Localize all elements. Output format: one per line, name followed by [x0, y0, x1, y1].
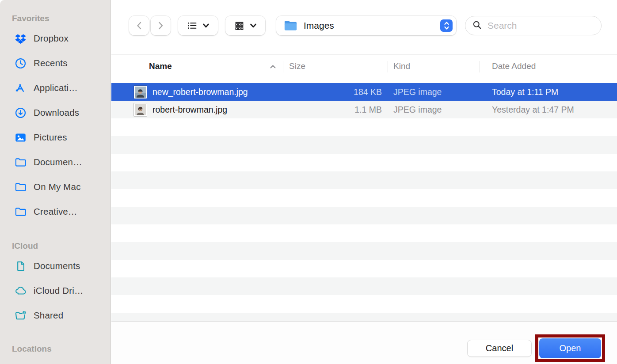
app-store-icon: [15, 82, 27, 94]
sidebar-section-header-icloud: iCloud: [0, 241, 110, 251]
empty-row: [111, 118, 617, 136]
sidebar-item-label: On My Mac: [34, 182, 81, 192]
file-name: new_robert-browman.jpg: [152, 87, 248, 97]
stepper-icon: [440, 19, 453, 32]
sidebar-item-applicati[interactable]: Applicati…: [0, 76, 110, 100]
sidebar-section-header-favorites: Favorites: [0, 13, 110, 24]
toolbar: Images: [111, 0, 617, 54]
empty-row: [111, 242, 617, 260]
file-date-added: Today at 1:11 PM: [480, 87, 617, 97]
file-table-header: Name Size Kind Date Added: [111, 54, 617, 78]
file-date-added: Yesterday at 1:47 PM: [480, 105, 617, 115]
sidebar-item-label: iCloud Dri…: [34, 285, 84, 296]
sidebar-item-label: Recents: [34, 58, 68, 68]
annotation-highlight-box: Open: [535, 334, 605, 362]
chevron-left-icon: [135, 20, 143, 31]
list-view-icon: [187, 20, 198, 31]
sidebar-item-dropbox[interactable]: Dropbox: [0, 26, 110, 51]
empty-row: [111, 277, 617, 295]
column-header-kind[interactable]: Kind: [388, 61, 480, 71]
sidebar-item-creative[interactable]: Creative…: [0, 199, 110, 224]
empty-row: [111, 207, 617, 224]
cancel-button[interactable]: Cancel: [467, 340, 532, 357]
search-icon: [472, 20, 482, 32]
file-name: robert-browman.jpg: [152, 105, 227, 115]
group-view-icon: [234, 20, 245, 31]
file-kind: JPEG image: [388, 105, 480, 115]
sidebar-item-shared[interactable]: Shared: [0, 303, 110, 328]
search-input[interactable]: [487, 20, 595, 31]
column-label: Name: [149, 61, 172, 71]
empty-row: [111, 260, 617, 277]
folder-icon: [15, 156, 27, 168]
downloads-icon: [15, 107, 27, 119]
file-row[interactable]: new_robert-browman.jpg184 KBJPEG imageTo…: [111, 83, 617, 101]
back-button[interactable]: [129, 16, 149, 35]
search-field[interactable]: [465, 16, 602, 35]
sidebar-item-label: Applicati…: [34, 83, 78, 93]
sort-ascending-icon: [270, 61, 276, 71]
column-header-date-added[interactable]: Date Added: [480, 61, 617, 71]
main-panel: Images: [111, 0, 617, 364]
sidebar-item-label: Creative…: [34, 206, 77, 217]
empty-row: [111, 295, 617, 313]
empty-row: [111, 189, 617, 207]
column-divider: [283, 61, 283, 72]
empty-row: [111, 171, 617, 189]
column-divider: [388, 61, 388, 72]
sidebar-item-downloads[interactable]: Downloads: [0, 100, 110, 125]
chevron-right-icon: [156, 20, 165, 31]
chevron-down-icon: [250, 23, 257, 28]
column-divider: [480, 61, 480, 72]
file-list: new_robert-browman.jpg184 KBJPEG imageTo…: [111, 78, 617, 321]
sidebar-item-label: Dropbox: [34, 33, 69, 44]
sidebar-item-pictures[interactable]: Pictures: [0, 125, 110, 150]
pictures-icon: [15, 132, 27, 144]
dialog-footer: Cancel Open: [111, 321, 617, 364]
portrait-thumbnail-1: [134, 86, 147, 99]
sidebar-item-macbook[interactable]: MacBook…: [0, 358, 110, 364]
sidebar-item-label: Pictures: [34, 132, 67, 143]
group-view-dropdown-button[interactable]: [225, 16, 265, 35]
empty-row: [111, 313, 617, 321]
shared-folder-icon: [15, 310, 27, 322]
file-row[interactable]: robert-browman.jpg1.1 MBJPEG imageYester…: [111, 101, 617, 118]
sidebar-item-documen[interactable]: Documen…: [0, 150, 110, 174]
empty-row: [111, 224, 617, 242]
folder-icon: [15, 206, 27, 218]
sidebar-item-on-my-mac[interactable]: On My Mac: [0, 174, 110, 199]
sidebar-item-label: Documen…: [34, 157, 82, 167]
chevron-down-icon: [202, 23, 209, 28]
document-icon: [15, 260, 27, 272]
file-size: 184 KB: [283, 87, 388, 97]
icloud-drive-icon: [15, 285, 27, 297]
folder-select-value: Images: [304, 20, 334, 31]
folder-icon: [284, 20, 297, 31]
sidebar-item-label: Shared: [34, 310, 63, 321]
sidebar: FavoritesDropboxRecentsApplicati…Downloa…: [0, 0, 111, 364]
sidebar-item-documents[interactable]: Documents: [0, 254, 110, 278]
empty-row: [111, 154, 617, 171]
folder-icon: [15, 181, 27, 193]
list-view-dropdown-button[interactable]: [178, 16, 218, 35]
sidebar-section-header-locations: Locations: [0, 344, 110, 354]
column-header-name[interactable]: Name: [111, 61, 283, 71]
folder-location-dropdown[interactable]: Images: [276, 16, 456, 35]
sidebar-item-recents[interactable]: Recents: [0, 51, 110, 76]
sidebar-item-label: Downloads: [34, 107, 79, 118]
open-button[interactable]: Open: [539, 338, 601, 358]
column-header-size[interactable]: Size: [283, 61, 388, 71]
clock-icon: [15, 57, 27, 69]
file-kind: JPEG image: [388, 87, 480, 97]
forward-button[interactable]: [151, 16, 171, 35]
sidebar-item-label: Documents: [34, 261, 80, 271]
sidebar-item-icloud-dri[interactable]: iCloud Dri…: [0, 278, 110, 303]
empty-row: [111, 136, 617, 154]
open-file-dialog: FavoritesDropboxRecentsApplicati…Downloa…: [0, 0, 617, 364]
portrait-thumbnail-2: [134, 103, 147, 116]
file-size: 1.1 MB: [283, 105, 388, 115]
dropbox-icon: [15, 33, 27, 45]
